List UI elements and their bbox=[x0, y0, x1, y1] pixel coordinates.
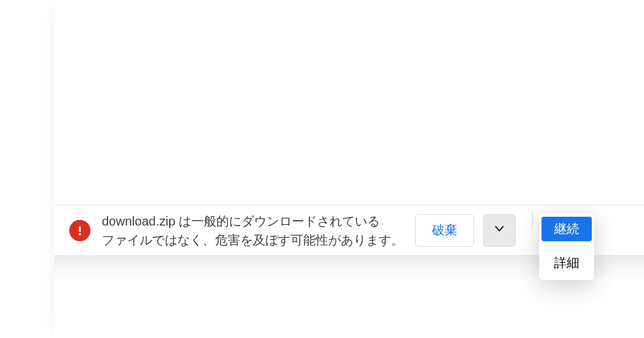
page-content bbox=[54, 0, 644, 338]
menu-separator bbox=[545, 245, 588, 246]
discard-button[interactable]: 破棄 bbox=[415, 214, 474, 247]
menu-item-continue-label: 継続 bbox=[554, 222, 579, 236]
more-actions-menu: 継続 詳細 bbox=[539, 213, 594, 280]
separator bbox=[532, 211, 533, 229]
warning-line-1: は一般的にダウンロードされている bbox=[175, 214, 380, 228]
more-actions-button[interactable] bbox=[483, 214, 516, 247]
menu-item-details-label: 詳細 bbox=[554, 256, 579, 270]
discard-button-label: 破棄 bbox=[432, 222, 457, 239]
svg-point-1 bbox=[79, 233, 81, 236]
download-actions: 破棄 bbox=[415, 214, 516, 247]
chevron-down-icon bbox=[493, 222, 506, 238]
warning-message: download.zip は一般的にダウンロードされている ファイルではなく、危… bbox=[102, 212, 404, 249]
menu-item-continue[interactable]: 継続 bbox=[541, 217, 592, 241]
warning-icon bbox=[69, 220, 91, 241]
svg-rect-0 bbox=[79, 226, 81, 232]
menu-item-details[interactable]: 詳細 bbox=[539, 249, 594, 276]
warning-line-2: ファイルではなく、危害を及ぼす可能性があります。 bbox=[102, 233, 404, 247]
download-filename: download.zip bbox=[102, 214, 175, 228]
